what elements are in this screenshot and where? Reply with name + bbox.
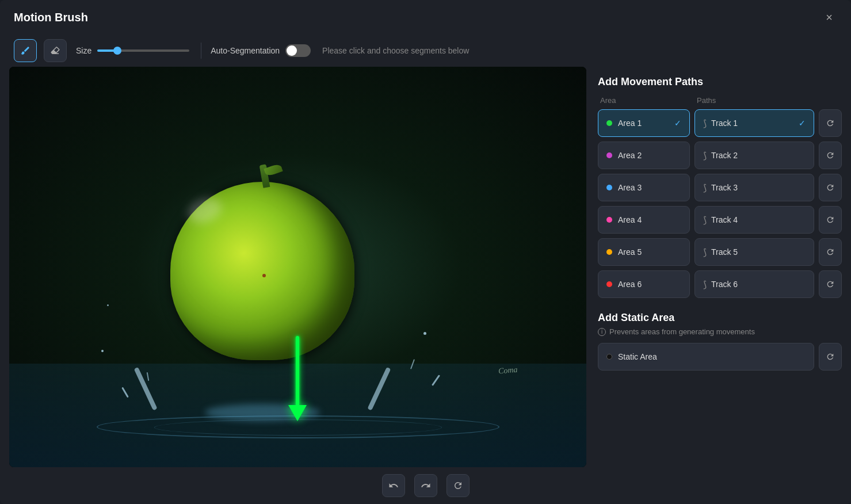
auto-seg-toggle[interactable] bbox=[285, 44, 311, 57]
size-control: Size bbox=[74, 46, 192, 55]
area-row-6: Area 6 ⟆ Track 6 bbox=[598, 270, 842, 298]
hint-text: Please click and choose segments below bbox=[322, 46, 469, 55]
reset-button-2[interactable] bbox=[819, 142, 842, 169]
area-row-1: Area 1 ✓ ⟆ Track 1 ✓ bbox=[598, 109, 842, 137]
area-dot-4 bbox=[606, 217, 612, 223]
eraser-tool-button[interactable] bbox=[44, 39, 67, 62]
motion-arrow bbox=[288, 336, 307, 421]
info-icon: i bbox=[598, 328, 606, 336]
redo-icon bbox=[421, 480, 431, 491]
static-area-row: Static Area bbox=[598, 343, 842, 371]
reset-icon-3 bbox=[826, 183, 835, 192]
area-row-5: Area 5 ⟆ Track 5 bbox=[598, 238, 842, 266]
area-row-3: Area 3 ⟆ Track 3 bbox=[598, 174, 842, 201]
area-row-4: Area 4 ⟆ Track 4 bbox=[598, 206, 842, 234]
toggle-knob bbox=[287, 45, 297, 56]
brush-tool-button[interactable] bbox=[14, 39, 37, 62]
reset-all-button[interactable] bbox=[447, 474, 470, 497]
area-label-5: Area 5 bbox=[618, 247, 642, 257]
splash-arm-right bbox=[367, 367, 391, 411]
close-button[interactable]: × bbox=[821, 9, 837, 25]
reset-button-4[interactable] bbox=[819, 206, 842, 234]
track-button-2[interactable]: ⟆ Track 2 bbox=[694, 142, 814, 169]
droplet-2 bbox=[423, 332, 426, 335]
reset-button-1[interactable] bbox=[819, 109, 842, 137]
area-label-1: Area 1 bbox=[618, 119, 642, 128]
area-dot-1 bbox=[606, 120, 612, 126]
static-area-subtitle-text: Prevents areas from generating movements bbox=[609, 327, 755, 336]
arrow-head bbox=[288, 405, 307, 421]
area-button-6[interactable]: Area 6 bbox=[598, 270, 690, 298]
track-check-1: ✓ bbox=[799, 119, 806, 128]
area-button-3[interactable]: Area 3 bbox=[598, 174, 690, 201]
reset-all-icon bbox=[453, 480, 463, 491]
toolbar: Size Auto-Segmentation Please click and … bbox=[0, 35, 851, 67]
size-slider[interactable] bbox=[97, 49, 189, 52]
track-button-4[interactable]: ⟆ Track 4 bbox=[694, 206, 814, 234]
paths-col-header: Paths bbox=[697, 96, 839, 105]
static-reset-icon bbox=[826, 352, 835, 361]
brush-icon bbox=[20, 45, 30, 56]
static-reset-button[interactable] bbox=[819, 343, 842, 371]
apple-dot bbox=[262, 274, 266, 277]
area-button-1[interactable]: Area 1 ✓ bbox=[598, 109, 690, 137]
reset-icon-4 bbox=[826, 215, 835, 224]
bottom-toolbar bbox=[0, 467, 851, 504]
movement-paths-title: Add Movement Paths bbox=[598, 76, 842, 88]
area-check-1: ✓ bbox=[674, 119, 681, 128]
splash-arm-left bbox=[134, 367, 158, 411]
area-label-2: Area 2 bbox=[618, 151, 642, 160]
auto-seg-label: Auto-Segmentation bbox=[211, 46, 280, 55]
track-label-5: Track 5 bbox=[711, 247, 738, 257]
area-label-3: Area 3 bbox=[618, 183, 642, 192]
area-dot-3 bbox=[606, 185, 612, 190]
track-icon-4: ⟆ bbox=[703, 215, 707, 226]
movement-paths-section: Add Movement Paths Area Paths Area 1 ✓ ⟆… bbox=[598, 76, 842, 303]
track-label-4: Track 4 bbox=[711, 215, 738, 224]
track-icon-3: ⟆ bbox=[703, 182, 707, 193]
track-button-3[interactable]: ⟆ Track 3 bbox=[694, 174, 814, 201]
redo-button[interactable] bbox=[414, 474, 437, 497]
window-title: Motion Brush bbox=[14, 11, 88, 24]
area-button-5[interactable]: Area 5 bbox=[598, 238, 690, 266]
brand-text: Coma bbox=[498, 365, 518, 376]
auto-seg-group: Auto-Segmentation bbox=[211, 44, 311, 57]
track-button-6[interactable]: ⟆ Track 6 bbox=[694, 270, 814, 298]
track-label-3: Track 3 bbox=[711, 183, 738, 192]
area-label-6: Area 6 bbox=[618, 280, 642, 289]
reset-button-5[interactable] bbox=[819, 238, 842, 266]
area-row-2: Area 2 ⟆ Track 2 bbox=[598, 142, 842, 169]
area-label-4: Area 4 bbox=[618, 215, 642, 224]
track-icon-6: ⟆ bbox=[703, 279, 707, 290]
apple-shine bbox=[185, 194, 225, 227]
reset-button-3[interactable] bbox=[819, 174, 842, 201]
track-button-5[interactable]: ⟆ Track 5 bbox=[694, 238, 814, 266]
area-dot-6 bbox=[606, 281, 612, 287]
reset-icon-6 bbox=[826, 280, 835, 289]
static-area-button[interactable]: Static Area bbox=[598, 343, 814, 371]
reset-button-6[interactable] bbox=[819, 270, 842, 298]
app-window: Motion Brush × Size Auto-Segmentation Pl… bbox=[0, 0, 851, 504]
static-area-section: Add Static Area i Prevents areas from ge… bbox=[598, 312, 842, 371]
eraser-icon bbox=[50, 45, 60, 56]
track-button-1[interactable]: ⟆ Track 1 ✓ bbox=[694, 109, 814, 137]
droplet-3 bbox=[107, 304, 109, 306]
area-button-4[interactable]: Area 4 bbox=[598, 206, 690, 234]
column-headers: Area Paths bbox=[598, 96, 842, 105]
reset-icon-2 bbox=[826, 151, 835, 160]
size-label: Size bbox=[76, 46, 91, 55]
apple-body bbox=[170, 182, 354, 360]
track-label-2: Track 2 bbox=[711, 151, 738, 160]
area-col-header: Area bbox=[600, 96, 692, 105]
main-content: Coma Add Movement Paths Area Paths bbox=[0, 67, 851, 467]
area-dot-5 bbox=[606, 249, 612, 255]
title-bar: Motion Brush × bbox=[0, 0, 851, 35]
undo-icon bbox=[388, 480, 399, 491]
track-icon-1: ⟆ bbox=[703, 118, 707, 129]
splash-crown bbox=[136, 352, 389, 421]
water-ripple-2 bbox=[154, 419, 442, 436]
canvas-area[interactable]: Coma bbox=[9, 67, 586, 467]
reset-icon-5 bbox=[826, 247, 835, 257]
area-button-2[interactable]: Area 2 bbox=[598, 142, 690, 169]
undo-button[interactable] bbox=[382, 474, 405, 497]
